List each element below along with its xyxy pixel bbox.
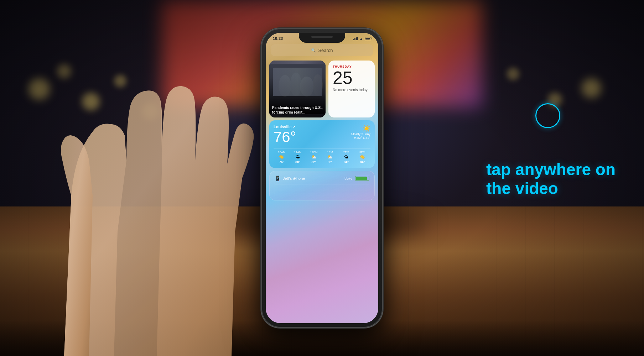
battery-line-1 xyxy=(275,184,369,184)
battery-widget[interactable]: 📱 Jeff's iPhone 85% xyxy=(269,171,375,200)
weather-widget[interactable]: Louisville ↗ 76° ☀️ Mostly Sunny H:82° xyxy=(269,120,375,168)
calendar-date: 25 xyxy=(333,69,370,87)
hour-item-0: 10AM ☀️ 76° xyxy=(274,151,290,164)
calendar-widget[interactable]: THURSDAY 25 No more events today xyxy=(328,61,375,117)
hand-svg xyxy=(36,53,267,356)
battery-header: 📱 Jeff's iPhone 85% xyxy=(275,176,369,181)
status-time: 10:23 xyxy=(273,36,283,41)
notch xyxy=(299,33,345,43)
search-magnifier-icon: 🔍 xyxy=(311,48,316,53)
signal-bars xyxy=(353,37,358,40)
widgets-area: Pandemic races through U.S., forcing gri… xyxy=(269,61,375,320)
iphone-device: 10:23 ▲ 🔍 Search xyxy=(261,28,383,328)
battery-percentage: 85% xyxy=(344,176,352,180)
weather-sun-icon: ☀️ xyxy=(351,125,370,132)
search-label: Search xyxy=(318,48,333,53)
weather-hi-lo: H:82° L:62° xyxy=(351,136,370,140)
calendar-no-events: No more events today xyxy=(333,88,370,92)
cursor-circle-indicator xyxy=(535,103,560,128)
battery-bar-container xyxy=(355,176,369,181)
widgets-row-1: Pandemic races through U.S., forcing gri… xyxy=(269,61,375,117)
news-headline: Pandemic races through U.S., forcing gri… xyxy=(272,105,323,115)
wifi-icon: ▲ xyxy=(359,37,363,41)
tap-text-line2[interactable]: the video xyxy=(486,179,616,198)
battery-status-icon xyxy=(365,37,371,40)
news-text-area: Pandemic races through U.S., forcing gri… xyxy=(272,105,323,115)
battery-pct-area: 85% xyxy=(344,176,369,181)
battery-lines xyxy=(275,184,369,192)
battery-status-fill xyxy=(365,38,370,40)
hour-item-2: 12PM ⛅ 82° xyxy=(306,151,322,164)
hour-item-1: 11AM 🌤 80° xyxy=(290,151,306,164)
hourly-forecast: 10AM ☀️ 76° 11AM 🌤 80° 12PM ⛅ 82° xyxy=(274,148,370,164)
overlay-text-area: tap anywhere on the video xyxy=(486,160,616,198)
svg-point-1 xyxy=(279,75,291,97)
weather-left: Louisville ↗ 76° xyxy=(274,125,296,145)
bokeh-light-6 xyxy=(582,78,601,98)
battery-bar-fill xyxy=(356,177,367,180)
signal-bar-1 xyxy=(353,39,354,40)
news-widget[interactable]: Pandemic races through U.S., forcing gri… xyxy=(269,61,326,117)
bokeh-light-8 xyxy=(507,68,519,80)
phone-screen[interactable]: 10:23 ▲ 🔍 Search xyxy=(266,33,378,323)
battery-phone-icon: 📱 xyxy=(275,176,281,181)
phone-body: 10:23 ▲ 🔍 Search xyxy=(261,28,383,328)
tap-text-line1[interactable]: tap anywhere on xyxy=(486,160,616,179)
svg-point-3 xyxy=(300,77,314,96)
hour-item-5: 3PM ☀️ 84° xyxy=(354,151,370,164)
battery-line-2 xyxy=(275,188,369,188)
signal-bar-4 xyxy=(357,37,358,40)
weather-temperature: 76° xyxy=(274,129,296,145)
svg-point-2 xyxy=(290,72,302,96)
signal-bar-2 xyxy=(354,38,355,40)
weather-condition: Mostly Sunny xyxy=(351,132,370,136)
weather-top-row: Louisville ↗ 76° ☀️ Mostly Sunny H:82° xyxy=(274,125,370,145)
weather-right: ☀️ Mostly Sunny H:82° L:62° xyxy=(351,125,370,140)
svg-point-4 xyxy=(313,74,323,96)
hour-item-3: 1PM ⛅ 82° xyxy=(322,151,338,164)
hour-item-4: 2PM 🌤 84° xyxy=(338,151,354,164)
battery-line-3 xyxy=(275,192,369,192)
battery-device: 📱 Jeff's iPhone xyxy=(275,176,305,181)
battery-device-name: Jeff's iPhone xyxy=(283,176,305,180)
speaker xyxy=(311,36,333,38)
hand-area xyxy=(36,53,267,356)
signal-bar-3 xyxy=(356,37,357,40)
search-bar[interactable]: 🔍 Search xyxy=(271,44,373,56)
status-icons: ▲ xyxy=(353,37,371,41)
